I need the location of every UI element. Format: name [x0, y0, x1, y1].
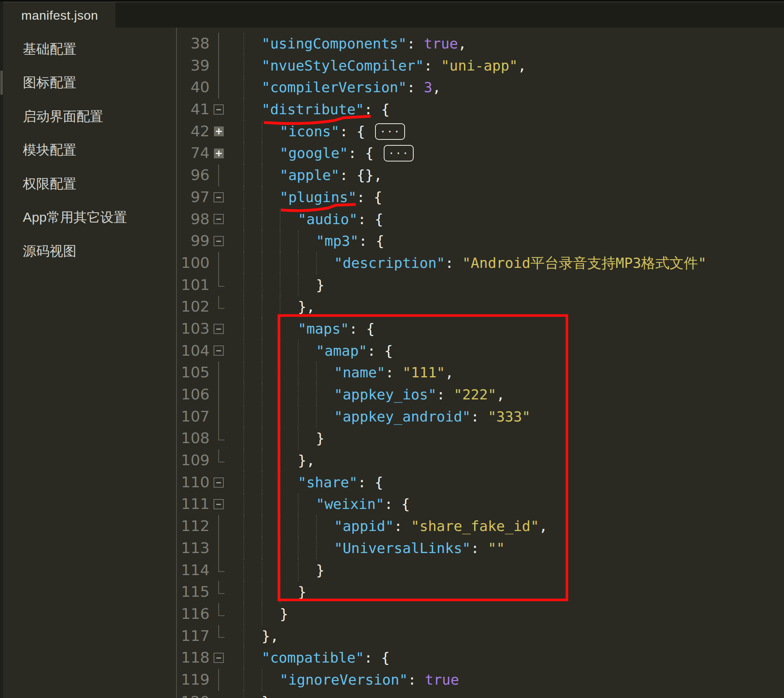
code-line: 103"maps": { — [177, 318, 784, 340]
code-text[interactable]: "icons": { ··· — [228, 121, 784, 143]
code-text[interactable]: } — [228, 581, 784, 603]
indent-guide — [280, 296, 298, 318]
line-number: 74 — [177, 142, 210, 164]
code-text[interactable]: "appkey_android": "333" — [228, 406, 784, 428]
code-token: } — [316, 274, 325, 296]
indent-guide — [243, 625, 262, 647]
code-text[interactable]: "appid": "share_fake_id", — [228, 515, 784, 537]
fold-range-line — [218, 76, 219, 98]
code-text[interactable]: } — [228, 691, 784, 698]
fold-gutter — [210, 252, 228, 274]
code-token: "compatible" — [262, 647, 364, 669]
code-text[interactable]: } — [228, 427, 784, 449]
line-number: 106 — [177, 384, 210, 406]
code-text[interactable]: "amap": { — [228, 340, 784, 362]
indent-guide — [262, 384, 280, 406]
code-text[interactable]: } — [228, 559, 784, 581]
line-number: 116 — [177, 603, 210, 625]
code-token: : — [407, 33, 424, 55]
code-token: : { — [364, 98, 390, 121]
fold-collapse-button[interactable] — [214, 104, 224, 115]
code-text[interactable]: "compatible": { — [228, 647, 784, 669]
line-number: 119 — [177, 669, 210, 691]
fold-gutter — [210, 449, 228, 472]
code-text[interactable]: "weixin": { — [228, 493, 784, 515]
code-text[interactable]: "plugins": { — [228, 186, 784, 208]
sidebar-item-label: 源码视图 — [23, 242, 76, 260]
code-text[interactable]: "distribute": { — [228, 98, 784, 121]
code-text[interactable]: "nvueStyleCompiler": "uni-app", — [228, 55, 784, 77]
fold-collapse-button[interactable] — [214, 653, 224, 663]
sidebar-item-label: 启动界面配置 — [23, 108, 103, 126]
fold-collapse-button[interactable] — [214, 324, 224, 334]
fold-gutter — [210, 493, 228, 515]
code-text[interactable]: "compilerVersion": 3, — [228, 76, 784, 98]
code-text[interactable]: "audio": { — [228, 208, 784, 230]
code-text[interactable]: "usingComponents": true, — [228, 33, 784, 55]
fold-collapse-button[interactable] — [214, 499, 224, 509]
fold-gutter — [210, 691, 228, 698]
sidebar-item-3[interactable]: 模块配置 — [3, 134, 176, 167]
code-text[interactable]: } — [228, 603, 784, 625]
collapsed-code-ellipsis[interactable]: ··· — [375, 123, 405, 140]
indent-guide — [243, 33, 262, 55]
indent-guide — [243, 208, 262, 230]
code-line: 39"nvueStyleCompiler": "uni-app", — [177, 55, 784, 77]
indent-guide — [243, 449, 262, 472]
code-text[interactable]: }, — [228, 296, 784, 318]
code-text[interactable]: } — [228, 274, 784, 296]
code-line: 41"distribute": { — [177, 98, 784, 121]
fold-collapse-button[interactable] — [214, 214, 224, 224]
indent-guide — [262, 493, 280, 515]
sidebar-item-0[interactable]: 基础配置 — [3, 32, 176, 66]
sidebar-item-4[interactable]: 权限配置 — [3, 167, 176, 201]
sidebar-item-1[interactable]: 图标配置 — [3, 66, 176, 100]
code-text[interactable]: "description": "Android平台录音支持MP3格式文件" — [228, 252, 784, 274]
line-number: 118 — [177, 647, 210, 669]
code-token: : { — [359, 230, 384, 252]
tab-title: manifest.json — [21, 8, 98, 23]
code-line: 101} — [177, 274, 784, 296]
code-editor[interactable]: 38"usingComponents": true,39"nvueStyleCo… — [177, 28, 784, 698]
code-text[interactable]: "name": "111", — [228, 362, 784, 384]
code-token: "weixin" — [316, 493, 384, 515]
sidebar-item-5[interactable]: App常用其它设置 — [3, 201, 176, 235]
indent-guide — [280, 515, 298, 537]
code-text[interactable]: }, — [228, 625, 784, 647]
sidebar-item-2[interactable]: 启动界面配置 — [3, 100, 176, 134]
fold-gutter — [210, 33, 228, 55]
fold-collapse-button[interactable] — [214, 192, 224, 202]
fold-collapse-button[interactable] — [214, 236, 224, 246]
indent-guide — [262, 449, 280, 472]
code-text[interactable]: "maps": { — [228, 318, 784, 340]
indent-guide — [262, 362, 280, 384]
code-token: , — [433, 76, 441, 98]
code-text[interactable]: "apple": {}, — [228, 164, 784, 186]
code-text[interactable]: "UniversalLinks": "" — [228, 537, 784, 559]
code-text[interactable]: "appkey_ios": "222", — [228, 384, 784, 406]
indent-guide — [280, 230, 298, 252]
fold-collapse-button[interactable] — [214, 477, 224, 488]
sidebar-item-6[interactable]: 源码视图 — [3, 234, 176, 268]
indent-guide — [298, 230, 316, 252]
code-line: 108} — [177, 427, 784, 449]
code-token: : — [437, 384, 453, 406]
code-text[interactable]: "ignoreVersion": true — [228, 669, 784, 691]
code-text[interactable]: "share": { — [228, 472, 784, 494]
tab-manifest-json[interactable]: manifest.json — [3, 2, 115, 28]
indent-guide — [243, 647, 262, 669]
fold-expand-button[interactable] — [214, 126, 224, 136]
code-token: : — [471, 537, 488, 559]
fold-gutter — [210, 296, 228, 318]
code-text[interactable]: "google": { ··· — [228, 142, 784, 164]
code-line: 40"compilerVersion": 3, — [177, 76, 784, 98]
left-scrollbar-thumb[interactable] — [0, 71, 3, 95]
collapsed-code-ellipsis[interactable]: ··· — [384, 145, 414, 162]
fold-gutter — [210, 362, 228, 384]
fold-end-marker — [218, 559, 219, 572]
code-text[interactable]: "mp3": { — [228, 230, 784, 252]
fold-collapse-button[interactable] — [214, 345, 224, 356]
code-line: 113"UniversalLinks": "" — [177, 537, 784, 559]
code-text[interactable]: }, — [228, 449, 784, 472]
fold-expand-button[interactable] — [214, 149, 224, 158]
